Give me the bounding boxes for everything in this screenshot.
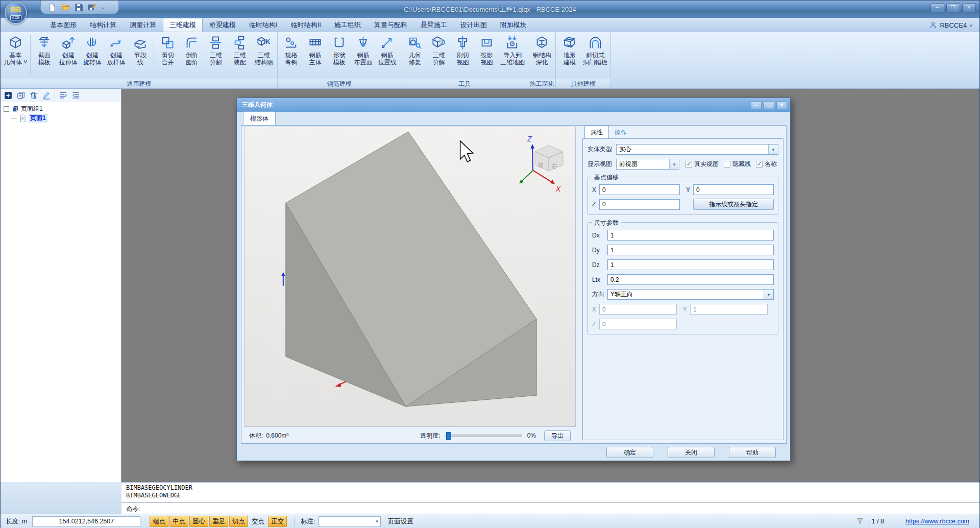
- quick-access-toolbar: ⌄: [40, 1, 119, 14]
- ribbon-button-loft[interactable]: 创建放样体: [104, 34, 128, 67]
- minimize-button[interactable]: [930, 3, 944, 12]
- add-group-button[interactable]: [16, 91, 26, 100]
- ribbon-group-0: 基本几何体 ˅截面模板创建拉伸体创建旋转体创建放样体节段线剪切合并倒角圆角三维分…: [1, 32, 278, 88]
- dz-input[interactable]: 1: [607, 259, 774, 270]
- menu-tab-2[interactable]: 测量计算: [123, 18, 163, 32]
- ribbon-button-terrain[interactable]: 地形建模: [557, 34, 581, 67]
- section-template-icon: [37, 35, 52, 50]
- real-view-checkbox[interactable]: [685, 161, 692, 167]
- ribbon-button-revolve[interactable]: 创建旋转体: [80, 34, 104, 67]
- app-logo[interactable]: RB CCE: [5, 2, 27, 24]
- collapse-node-icon[interactable]: [4, 106, 9, 112]
- ribbon-button-shape-template[interactable]: 形状模板: [327, 34, 351, 67]
- help-button[interactable]: 帮助: [729, 447, 776, 458]
- ribbon-button-hook[interactable]: 规格弯钩: [279, 34, 303, 67]
- menu-tab-9[interactable]: 悬臂施工: [414, 18, 454, 32]
- dialog-maximize-button[interactable]: [764, 101, 774, 109]
- snap-button-endpoint[interactable]: 端点: [150, 516, 168, 527]
- export-button[interactable]: 导出: [544, 430, 571, 441]
- rename-button[interactable]: [42, 91, 51, 100]
- pick-by-line-button[interactable]: 指示线或箭头指定: [693, 199, 774, 210]
- dialog-titlebar[interactable]: 三维几何体: [237, 98, 790, 112]
- dialog-close-button[interactable]: [776, 101, 787, 109]
- ribbon-button-fillet[interactable]: 倒角圆角: [180, 34, 204, 67]
- ribbon-button-tunnel-arch[interactable]: 斜切式洞门帽檐: [581, 34, 609, 67]
- save-as-icon[interactable]: [88, 3, 96, 12]
- add-page-button[interactable]: [4, 91, 13, 100]
- snap-button-center[interactable]: 圆心: [189, 516, 208, 527]
- snap-button-ortho[interactable]: 正交: [268, 516, 287, 527]
- expand-all-button[interactable]: [59, 91, 68, 100]
- ribbon-button-rebar-layout[interactable]: 钢筋布置面: [351, 34, 375, 67]
- tree-node-page[interactable]: 页面1: [11, 113, 118, 123]
- ok-button[interactable]: 确定: [606, 447, 653, 458]
- collapse-all-button[interactable]: [71, 91, 81, 100]
- ribbon-button-split3d[interactable]: 三维分割: [204, 34, 228, 67]
- drawing-canvas[interactable]: 三维几何体 楔形体: [121, 89, 979, 482]
- menu-tab-5[interactable]: 临时结构I: [242, 18, 284, 32]
- dialog-minimize-button[interactable]: [751, 101, 762, 109]
- ribbon-button-section-view[interactable]: 剖切视图: [451, 34, 475, 67]
- close-button[interactable]: [962, 3, 976, 12]
- tab-wedge[interactable]: 楔形体: [243, 111, 276, 125]
- ribbon-button-steel-detail[interactable]: 钢结构深化: [530, 34, 554, 67]
- entity-type-select[interactable]: 实心: [616, 144, 778, 155]
- filter-icon[interactable]: [856, 517, 864, 525]
- model-viewport[interactable]: 前 右 Z X: [244, 127, 576, 427]
- menu-tab-10[interactable]: 设计出图: [454, 18, 494, 32]
- ribbon-button-rebar-line[interactable]: 钢筋位置线: [375, 34, 399, 67]
- ribbon-button-assemble3d[interactable]: 三维装配: [228, 34, 252, 67]
- dialog-close-action-button[interactable]: 关闭: [668, 447, 715, 458]
- ribbon-button-geometry-repair[interactable]: 几何修复: [403, 34, 427, 67]
- display-view-select[interactable]: 前视图: [616, 159, 679, 170]
- direction-select[interactable]: Y轴正向: [607, 289, 774, 300]
- menu-tab-8[interactable]: 算量与配料: [368, 18, 414, 32]
- website-link[interactable]: https://www.rbcce.com: [905, 518, 969, 525]
- annotation-select[interactable]: [318, 516, 381, 527]
- menu-tab-6[interactable]: 临时结构II: [284, 18, 328, 32]
- new-file-icon[interactable]: [48, 3, 57, 12]
- open-file-icon[interactable]: [61, 3, 70, 12]
- ribbon-button-extrude[interactable]: 创建拉伸体: [56, 34, 80, 67]
- hidden-line-checkbox[interactable]: [724, 161, 730, 167]
- ribbon-button-segment-line[interactable]: 节段线: [128, 34, 152, 67]
- tree-node-page-group[interactable]: 页面组1: [4, 104, 118, 113]
- command-panel[interactable]: BIMBASEGEOCYLINDERBIMBASEGEOWEDGE 命令:: [121, 482, 979, 514]
- snap-button-intersection[interactable]: 交点: [249, 516, 267, 527]
- menu-tab-3[interactable]: 三维建模: [163, 18, 203, 32]
- quick-access-dropdown-icon[interactable]: ⌄: [101, 5, 105, 10]
- base-x-input[interactable]: 0: [599, 184, 680, 195]
- opacity-slider-handle[interactable]: [446, 432, 451, 440]
- menu-tab-4[interactable]: 桥梁建模: [203, 18, 242, 32]
- menu-tab-11[interactable]: 附加模块: [494, 18, 533, 32]
- restore-button[interactable]: [946, 3, 960, 12]
- ribbon-button-projection-view[interactable]: 投影视图: [475, 34, 499, 67]
- ribbon-button-clip-merge[interactable]: 剪切合并: [156, 34, 180, 67]
- base-y-input[interactable]: 0: [693, 184, 774, 195]
- dx-input[interactable]: 1: [607, 230, 774, 241]
- ribbon-button-structure3d[interactable]: K三维结构物: [252, 34, 276, 67]
- ltx-input[interactable]: 0.2: [607, 274, 774, 285]
- menu-tab-7[interactable]: 施工组织: [328, 18, 368, 32]
- base-offset-group: 基点偏移 X 0 Y 0 Z 0 指示线或箭头指定: [587, 177, 778, 215]
- ribbon-button-section-template[interactable]: 截面模板: [32, 34, 56, 67]
- tab-operations[interactable]: 操作: [609, 126, 632, 138]
- snap-button-midpoint[interactable]: 中点: [169, 516, 188, 527]
- dy-input[interactable]: 1: [607, 245, 774, 255]
- opacity-slider[interactable]: [446, 435, 522, 437]
- snap-button-tangent[interactable]: 切点: [229, 516, 248, 527]
- user-badge[interactable]: RBCCE4: [929, 21, 972, 29]
- delete-button[interactable]: [29, 91, 38, 100]
- menu-tab-0[interactable]: 基本图形: [43, 18, 83, 32]
- ribbon-button-basic-geometry[interactable]: 基本几何体 ˅: [2, 34, 29, 67]
- ribbon-button-import-map[interactable]: 导入到三维地图: [499, 34, 526, 67]
- name-checkbox[interactable]: [756, 161, 763, 167]
- snap-button-perpendicular[interactable]: 垂足: [209, 516, 228, 527]
- save-icon[interactable]: [75, 3, 83, 12]
- menu-tab-1[interactable]: 结构计算: [83, 18, 123, 32]
- tab-properties[interactable]: 属性: [584, 126, 609, 138]
- base-z-input[interactable]: 0: [599, 199, 680, 210]
- page-setup-button[interactable]: 页面设置: [388, 517, 413, 526]
- ribbon-button-rebar-body[interactable]: 钢筋主体: [303, 34, 327, 67]
- ribbon-button-explode3d[interactable]: 三维分解: [427, 34, 451, 67]
